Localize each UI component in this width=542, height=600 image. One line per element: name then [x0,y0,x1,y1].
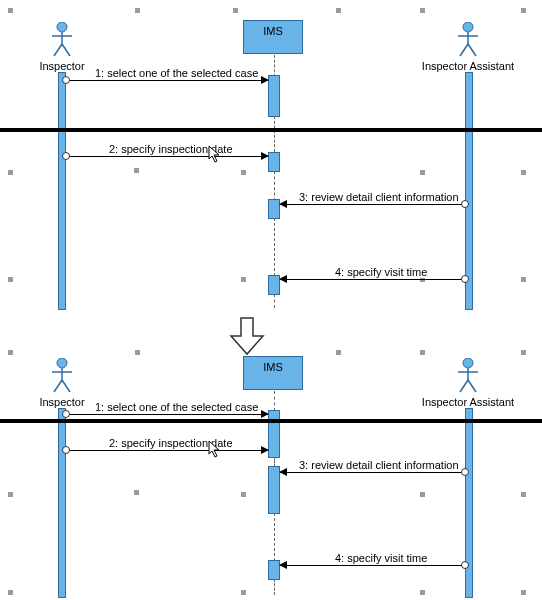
lifeline-dash [274,55,275,77]
svg-line-9 [468,44,476,56]
lifeline-dash [274,171,275,201]
message-4[interactable]: 4: specify visit time [280,279,465,280]
svg-line-8 [460,44,468,56]
lifeline-dash [274,116,275,152]
actor-label: Inspector [38,396,86,408]
message-label: 1: select one of the selected case [94,67,259,79]
lifeline-inspector[interactable] [58,72,66,310]
person-icon [456,22,480,58]
grid-dot [8,492,13,497]
actor-inspector[interactable]: Inspector [38,22,86,72]
grid-dot [241,170,246,175]
break-bar [0,128,542,132]
message-label: 4: specify visit time [334,552,428,564]
actor-inspector[interactable]: Inspector [38,358,86,408]
message-1[interactable]: 1: select one of the selected case [66,80,268,81]
person-icon [50,22,74,58]
svg-point-5 [463,22,473,32]
activation-bar[interactable] [268,75,280,117]
activation-bar[interactable] [268,152,280,172]
message-2[interactable]: 2: specify inspection date [66,156,268,157]
transition-arrow-icon [229,316,265,358]
svg-line-13 [54,380,62,392]
svg-line-4 [62,44,70,56]
actor-label: Inspector Assistant [418,396,518,408]
sequence-diagram-canvas: { "top": { "actors": { "left": "Inspecto… [0,0,542,600]
message-3[interactable]: 3: review detail client information [280,472,465,473]
grid-dot [241,492,246,497]
system-label: IMS [263,25,283,37]
lifeline-dash [274,513,275,561]
lifeline-dash [274,391,275,411]
person-icon [456,358,480,394]
lifeline-dash [274,218,275,276]
message-3[interactable]: 3: review detail client information [280,204,465,205]
grid-dot [241,277,246,282]
svg-line-18 [460,380,468,392]
actor-inspector-assistant[interactable]: Inspector Assistant [418,22,518,72]
message-label: 3: review detail client information [298,459,460,471]
message-label: 3: review detail client information [298,191,460,203]
grid-dot [521,8,526,13]
person-icon [50,358,74,394]
lifeline-dash [274,294,275,308]
grid-dot [420,170,425,175]
grid-dot [135,8,140,13]
svg-line-14 [62,380,70,392]
actor-inspector-assistant[interactable]: Inspector Assistant [418,358,518,408]
system-ims[interactable]: IMS [243,356,303,390]
system-ims[interactable]: IMS [243,20,303,54]
grid-dot [420,590,425,595]
grid-dot [134,490,139,495]
svg-point-0 [57,22,67,32]
break-bar [0,419,542,423]
message-2[interactable]: 2: specify inspection date [66,450,268,451]
actor-label: Inspector Assistant [418,60,518,72]
grid-dot [521,277,526,282]
lifeline-inspector[interactable] [58,408,66,598]
svg-point-10 [57,358,67,368]
lifeline-inspector-assistant[interactable] [465,408,473,598]
grid-dot [241,590,246,595]
svg-point-15 [463,358,473,368]
grid-dot [420,8,425,13]
message-label: 4: specify visit time [334,266,428,278]
grid-dot [336,350,341,355]
svg-line-3 [54,44,62,56]
grid-dot [233,8,238,13]
message-4[interactable]: 4: specify visit time [280,565,465,566]
grid-dot [336,8,341,13]
grid-dot [8,590,13,595]
grid-dot [521,492,526,497]
activation-bar[interactable] [268,410,280,458]
grid-dot [135,350,140,355]
system-label: IMS [263,361,283,373]
mouse-cursor-icon [208,145,222,163]
message-label: 1: select one of the selected case [94,401,259,413]
grid-dot [8,350,13,355]
mouse-cursor-icon [208,440,222,458]
grid-dot [8,277,13,282]
grid-dot [134,168,139,173]
grid-dot [521,170,526,175]
grid-dot [521,590,526,595]
svg-line-19 [468,380,476,392]
lifeline-dash [274,579,275,595]
grid-dot [8,8,13,13]
message-1[interactable]: 1: select one of the selected case [66,414,268,415]
actor-label: Inspector [38,60,86,72]
grid-dot [420,350,425,355]
grid-dot [521,350,526,355]
grid-dot [8,170,13,175]
grid-dot [420,492,425,497]
